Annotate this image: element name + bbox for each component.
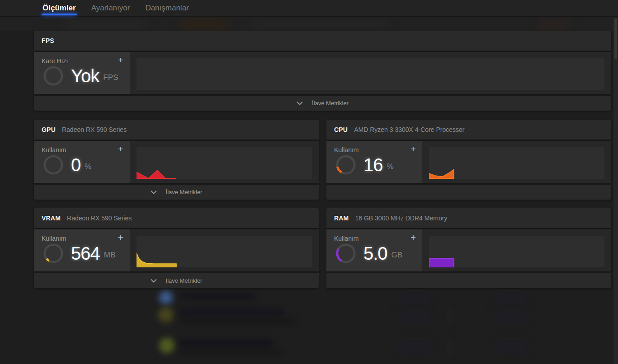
chevron-down-icon bbox=[297, 101, 303, 105]
additional-metrics-label: İlave Metrikler bbox=[166, 277, 203, 284]
additional-metrics-label: İlave Metrikler bbox=[312, 100, 349, 107]
card-header: RAM 16 GB 3000 MHz DDR4 Memory bbox=[326, 208, 611, 228]
card-title: CPU bbox=[334, 126, 348, 133]
gauge-icon bbox=[335, 243, 356, 264]
metric-label: Kullanım bbox=[334, 145, 359, 154]
additional-metrics-expander[interactable]: İlave Metrikler bbox=[34, 185, 319, 200]
additional-metrics-expander[interactable]: İlave Metrikler bbox=[326, 185, 611, 200]
card-title: RAM bbox=[334, 215, 349, 222]
metric-unit: GB bbox=[392, 251, 403, 260]
radeon-performance-screen: FPS Kare Hızı + Yok FPS bbox=[0, 0, 618, 364]
tab-olcumler[interactable]: Ölçümler bbox=[42, 0, 77, 16]
gpu-card: GPU Radeon RX 590 Series Kullanım + 0 bbox=[34, 120, 319, 200]
card-title: VRAM bbox=[42, 215, 61, 222]
vram-card: VRAM Radeon RX 590 Series Kullanım + 564 bbox=[34, 208, 319, 288]
card-title: GPU bbox=[42, 126, 56, 133]
add-metric-icon[interactable]: + bbox=[117, 56, 124, 64]
card-body: Kullanım + 0 % bbox=[34, 141, 319, 183]
card-title: FPS bbox=[42, 37, 54, 44]
sparkline bbox=[429, 236, 455, 267]
gauge-icon bbox=[43, 65, 64, 86]
metric-unit: MB bbox=[104, 251, 116, 260]
sparkline-plot bbox=[137, 236, 312, 267]
metric-label: Kare Hızı bbox=[42, 56, 68, 65]
add-metric-icon[interactable]: + bbox=[410, 145, 417, 153]
card-subtitle: 16 GB 3000 MHz DDR4 Memory bbox=[355, 215, 447, 222]
additional-metrics-expander[interactable]: İlave Metrikler bbox=[34, 273, 319, 288]
sparkline-plot bbox=[137, 58, 604, 90]
vertical-scrollbar[interactable] bbox=[613, 17, 618, 364]
add-metric-icon[interactable]: + bbox=[410, 233, 417, 242]
tab-ayarlaniyor[interactable]: Ayarlanıyor bbox=[90, 0, 131, 16]
chevron-down-icon bbox=[151, 279, 157, 283]
metric-value: 0 bbox=[71, 156, 80, 174]
metric-tile: Kullanım + 16 % bbox=[326, 141, 422, 183]
card-header: VRAM Radeon RX 590 Series bbox=[34, 208, 319, 228]
add-metric-icon[interactable]: + bbox=[117, 145, 124, 153]
card-header: FPS bbox=[34, 31, 611, 51]
metric-tile: Kullanım + 0 % bbox=[34, 141, 130, 183]
blurred-scroll-content bbox=[0, 17, 618, 31]
sparkline bbox=[137, 147, 176, 179]
gauge-icon bbox=[335, 154, 356, 175]
tab-label: Ölçümler bbox=[42, 4, 76, 13]
scrollbar-thumb[interactable] bbox=[614, 19, 617, 59]
additional-metrics-expander[interactable]: İlave Metrikler bbox=[34, 96, 611, 111]
card-body: Kullanım + 16 % bbox=[326, 141, 611, 183]
card-body: Kullanım + 564 MB bbox=[34, 229, 319, 271]
card-subtitle: AMD Ryzen 3 3300X 4-Core Processor bbox=[354, 126, 464, 133]
card-subtitle: Radeon RX 590 Series bbox=[67, 215, 132, 222]
metric-label: Kullanım bbox=[334, 233, 359, 242]
sparkline bbox=[137, 236, 177, 267]
sparkline-plot bbox=[137, 147, 312, 179]
active-tab-underline bbox=[42, 14, 77, 15]
metric-tile: Kare Hızı + Yok FPS bbox=[34, 52, 130, 94]
card-subtitle: Radeon RX 590 Series bbox=[62, 126, 127, 133]
metric-value: 16 bbox=[363, 156, 383, 174]
metric-tile: Kullanım + 564 MB bbox=[34, 229, 130, 271]
card-body: Kullanım + 5.0 GB bbox=[326, 229, 611, 271]
card-body: Kare Hızı + Yok FPS bbox=[34, 52, 611, 94]
sparkline bbox=[429, 147, 455, 179]
add-metric-icon[interactable]: + bbox=[117, 233, 124, 242]
metric-label: Kullanım bbox=[42, 233, 66, 242]
metric-tile: Kullanım + 5.0 GB bbox=[326, 229, 422, 271]
metric-unit: % bbox=[387, 162, 394, 171]
card-header: GPU Radeon RX 590 Series bbox=[34, 120, 319, 140]
additional-metrics-label: İlave Metrikler bbox=[166, 189, 203, 196]
tab-label: Ayarlanıyor bbox=[91, 4, 130, 13]
chevron-down-icon bbox=[151, 190, 157, 194]
gauge-icon bbox=[43, 243, 64, 264]
metric-unit: % bbox=[85, 162, 91, 171]
metric-value: 5.0 bbox=[363, 244, 387, 262]
metric-unit: FPS bbox=[103, 73, 118, 82]
tab-danismanlar[interactable]: Danışmanlar bbox=[144, 0, 189, 16]
sparkline-plot bbox=[429, 236, 604, 267]
metric-value: Yok bbox=[71, 67, 99, 85]
ram-card: RAM 16 GB 3000 MHz DDR4 Memory Kullanım … bbox=[326, 208, 611, 288]
additional-metrics-expander[interactable]: İlave Metrikler bbox=[326, 273, 611, 288]
top-navigation: Ölçümler Ayarlanıyor Danışmanlar bbox=[0, 0, 618, 17]
gauge-icon bbox=[43, 154, 64, 175]
card-header: CPU AMD Ryzen 3 3300X 4-Core Processor bbox=[326, 120, 611, 140]
sparkline-plot bbox=[429, 147, 604, 179]
metric-value: 564 bbox=[71, 244, 100, 262]
metric-label: Kullanım bbox=[42, 145, 66, 154]
tab-label: Danışmanlar bbox=[145, 4, 189, 13]
cpu-card: CPU AMD Ryzen 3 3300X 4-Core Processor K… bbox=[326, 120, 611, 200]
fps-card: FPS Kare Hızı + Yok FPS bbox=[34, 31, 611, 111]
